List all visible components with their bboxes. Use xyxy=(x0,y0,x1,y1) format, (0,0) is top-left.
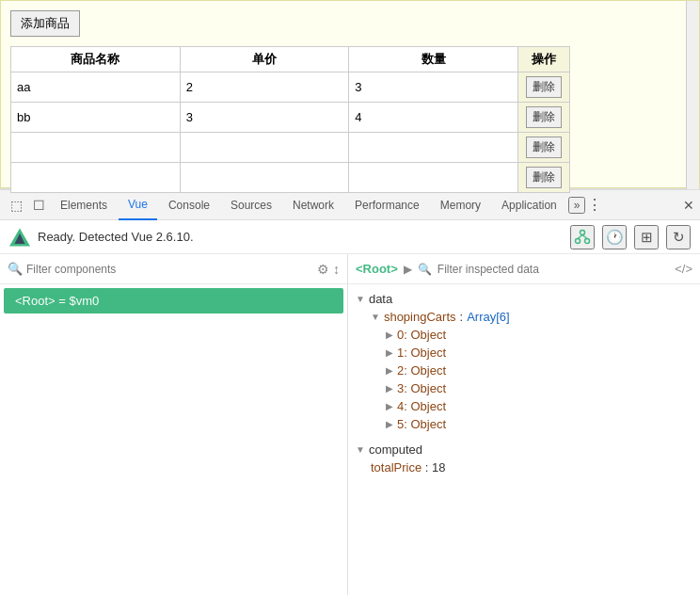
add-product-button[interactable]: 添加商品 xyxy=(10,10,80,37)
devtools-toolbar: ⬚ ☐ Elements Vue Console Sources Network… xyxy=(0,190,700,220)
cell-action-3: 删除 xyxy=(518,163,570,193)
item-4-label: 4: Object xyxy=(397,399,446,413)
tab-network[interactable]: Network xyxy=(283,190,343,220)
component-filter-bar: 🔍 ⚙ ↕ xyxy=(0,254,347,284)
vue-banner: Ready. Detected Vue 2.6.10. 🕐 ⊞ ↻ xyxy=(0,220,700,254)
vue-status-text: Ready. Detected Vue 2.6.10. xyxy=(38,230,563,244)
expand-item-0-icon: ▶ xyxy=(386,330,393,340)
svg-point-3 xyxy=(576,238,581,243)
expand-item-5-icon: ▶ xyxy=(386,419,393,429)
array-item-5[interactable]: ▶ 5: Object xyxy=(386,415,692,433)
svg-point-2 xyxy=(581,230,585,234)
cell-name-1[interactable]: bb xyxy=(11,103,181,133)
inspect-element-icon[interactable]: ⬚ xyxy=(6,195,26,216)
array-item-0[interactable]: ▶ 0: Object xyxy=(386,326,692,344)
delete-button-1[interactable]: 删除 xyxy=(526,106,562,128)
cell-qty-0[interactable]: 3 xyxy=(349,72,518,103)
array-item-1[interactable]: ▶ 1: Object xyxy=(386,344,692,362)
tab-elements[interactable]: Elements xyxy=(51,190,117,220)
devtools-menu-icon[interactable]: ⋮ xyxy=(587,196,602,214)
cell-action-1: 删除 xyxy=(518,103,570,133)
expand-shopping-carts-icon: ▼ xyxy=(371,312,380,322)
cell-price-2[interactable] xyxy=(180,133,349,163)
search-icon: 🔍 xyxy=(8,262,23,276)
left-panel: 🔍 ⚙ ↕ <Root> = $vm0 xyxy=(0,254,348,595)
cell-action-0: 删除 xyxy=(518,72,570,103)
tab-memory[interactable]: Memory xyxy=(431,190,490,220)
tab-console[interactable]: Console xyxy=(159,190,219,220)
settings-icon[interactable]: ⚙ xyxy=(317,262,329,277)
vue-logo-icon xyxy=(9,227,30,248)
tab-vue[interactable]: Vue xyxy=(119,190,157,220)
component-tree-icon[interactable] xyxy=(570,225,595,249)
delete-button-3[interactable]: 删除 xyxy=(526,167,562,188)
data-children: ▼ shopingCarts : Array[6] ▶ 0: Object ▶ xyxy=(356,308,692,433)
array-item-2[interactable]: ▶ 2: Object xyxy=(386,362,692,379)
delete-button-0[interactable]: 删除 xyxy=(526,76,562,98)
devtools-panel: ⬚ ☐ Elements Vue Console Sources Network… xyxy=(0,188,700,595)
search-icon-right: 🔍 xyxy=(418,263,432,276)
total-price-value: 18 xyxy=(432,460,445,474)
more-tabs-button[interactable]: » xyxy=(568,197,586,214)
arrow-icon: ▶ xyxy=(404,263,412,276)
root-tag-label[interactable]: <Root> xyxy=(356,262,398,276)
col-header-price: 单价 xyxy=(180,47,349,72)
computed-section-label: computed xyxy=(369,442,422,457)
history-icon[interactable]: 🕐 xyxy=(602,225,627,249)
layout-icon[interactable]: ⊞ xyxy=(634,225,659,249)
computed-section-header[interactable]: ▼ computed xyxy=(356,441,692,458)
cell-qty-1[interactable]: 4 xyxy=(349,103,518,133)
cell-action-2: 删除 xyxy=(518,133,570,163)
cell-name-0[interactable]: aa xyxy=(11,72,181,103)
expand-item-2-icon: ▶ xyxy=(386,365,393,376)
table-row: aa 2 3 删除 xyxy=(11,72,570,103)
data-section: ▼ data ▼ shopingCarts : Array[6] ▶ xyxy=(356,290,692,433)
array-items-container: ▶ 0: Object ▶ 1: Object ▶ 2: Object xyxy=(371,326,692,433)
devtools-close-icon[interactable]: ✕ xyxy=(683,198,694,213)
delete-button-2[interactable]: 删除 xyxy=(526,137,562,158)
scrollbar[interactable] xyxy=(686,1,699,189)
item-1-label: 1: Object xyxy=(397,346,446,360)
total-price-row: totalPrice : 18 xyxy=(356,458,692,476)
devtools-body: 🔍 ⚙ ↕ <Root> = $vm0 <Root> ▶ 🔍 </> ▼ xyxy=(0,254,700,595)
item-2-label: 2: Object xyxy=(397,363,446,378)
cell-qty-2[interactable] xyxy=(349,133,518,163)
refresh-icon[interactable]: ↻ xyxy=(666,225,691,249)
expand-computed-icon: ▼ xyxy=(356,444,365,455)
array-item-3[interactable]: ▶ 3: Object xyxy=(386,379,692,397)
filter-data-input[interactable] xyxy=(438,263,669,276)
array-item-4[interactable]: ▶ 4: Object xyxy=(386,397,692,415)
colon-2: : xyxy=(425,460,432,474)
tab-performance[interactable]: Performance xyxy=(345,190,429,220)
colon-1: : xyxy=(460,310,464,324)
shopping-carts-type: Array[6] xyxy=(467,310,510,324)
table-row: bb 3 4 删除 xyxy=(11,103,570,133)
col-header-qty: 数量 xyxy=(349,47,518,72)
table-row: 删除 xyxy=(11,163,570,193)
root-component-item[interactable]: <Root> = $vm0 xyxy=(4,288,343,314)
data-tree: ▼ data ▼ shopingCarts : Array[6] ▶ xyxy=(348,284,700,595)
tab-sources[interactable]: Sources xyxy=(221,190,281,220)
item-3-label: 3: Object xyxy=(397,381,446,395)
cell-price-1[interactable]: 3 xyxy=(180,103,349,133)
cell-name-3[interactable] xyxy=(11,163,181,193)
expand-item-3-icon: ▶ xyxy=(386,383,393,394)
product-table: 商品名称 单价 数量 操作 aa 2 3 删除 bb 3 4 删除 xyxy=(10,46,570,193)
svg-line-6 xyxy=(582,234,587,238)
svg-point-4 xyxy=(585,238,590,243)
shopping-carts-row[interactable]: ▼ shopingCarts : Array[6] xyxy=(371,308,692,326)
cell-price-0[interactable]: 2 xyxy=(180,72,349,103)
cell-price-3[interactable] xyxy=(180,163,349,193)
item-0-label: 0: Object xyxy=(397,328,446,342)
cell-name-2[interactable] xyxy=(11,133,181,163)
sort-icon[interactable]: ↕ xyxy=(333,262,340,277)
device-icon[interactable]: ☐ xyxy=(28,195,49,216)
filter-components-input[interactable] xyxy=(26,263,313,276)
right-panel-header: <Root> ▶ 🔍 </> xyxy=(348,254,700,284)
col-header-name: 商品名称 xyxy=(11,47,181,72)
cell-qty-3[interactable] xyxy=(349,163,518,193)
code-brackets-icon[interactable]: </> xyxy=(675,262,692,276)
tab-application[interactable]: Application xyxy=(492,190,566,220)
data-section-header[interactable]: ▼ data xyxy=(356,290,692,308)
item-5-label: 5: Object xyxy=(397,417,446,431)
